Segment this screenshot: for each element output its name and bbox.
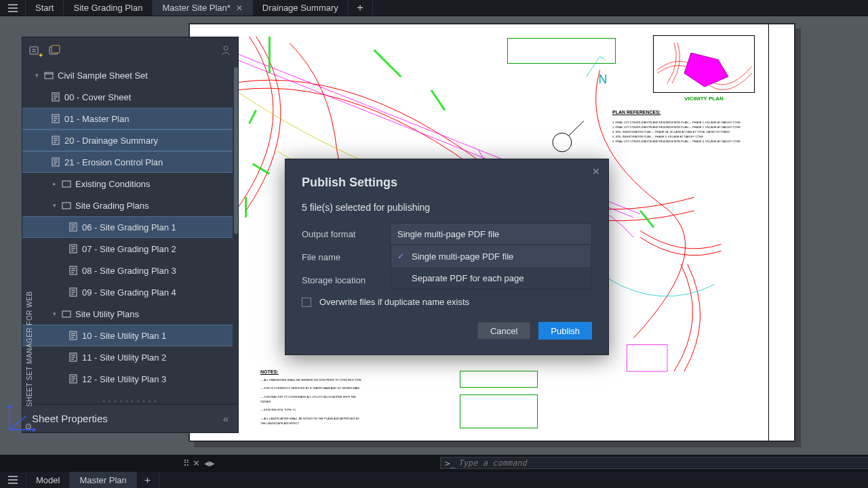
panel-splitter[interactable]: • • • • • • • • • • [22,397,238,404]
tree-sheet[interactable]: 10 - Site Utility Plan 1 [22,325,233,346]
close-icon[interactable]: ✕ [236,3,243,13]
vicinity-title: VICINITY PLAN [654,96,754,102]
status-bar: ⠿ ✕ ◀▶ >_ PAPER | ▼ | | | [0,455,868,471]
tree-sheet[interactable]: 20 - Drainage Summary [22,129,233,151]
command-line[interactable]: >_ [440,457,868,469]
label-storage-location: Storage location [302,275,390,285]
svg-point-1 [553,133,572,152]
cancel-button[interactable]: Cancel [477,322,530,340]
dialog-subtitle: 5 file(s) selected for publishing [285,190,608,222]
tree-sheet[interactable]: 01 - Master Plan [22,108,233,129]
svg-rect-12 [62,203,71,209]
drawing-notes: NOTES: — ALL DIMENSIONS SHALL BE VERIFIE… [260,368,362,426]
dialog-close-icon[interactable]: ✕ [592,166,600,177]
dropdown-option[interactable]: ✓ Single multi-page PDF file [391,245,591,267]
label-file-name: File name [302,252,390,262]
tree-scrollbar[interactable] [234,67,238,234]
overwrite-checkbox[interactable] [302,298,311,307]
svg-rect-2 [30,47,38,54]
plan-references: PLAN REFERENCES: 1. FINAL LOT CONSOLIDAT… [612,108,755,144]
sheet-tree: ▾ Civil Sample Sheet Set 00 - Cover Shee… [22,64,238,397]
tree-root[interactable]: ▾ Civil Sample Sheet Set [22,64,233,86]
ssm-toolbar: ✦ [22,37,238,64]
command-history-icon[interactable]: ⠿ [183,458,190,468]
command-close-icon[interactable]: ✕ [193,458,200,468]
svg-rect-6 [45,73,53,79]
overwrite-label: Overwrite files if duplicate name exists [319,297,469,307]
new-layout-button[interactable]: ＋ [136,472,159,488]
new-tab-button[interactable]: ＋ [349,0,373,16]
sheet-set-manager-panel: ✦ ▾ Civil Sample Sheet Set 00 - Cover Sh… [22,37,239,433]
svg-rect-4 [52,45,60,53]
user-icon[interactable] [220,45,231,58]
tab-master-site-plan[interactable]: Master Site Plan* ✕ [153,0,252,16]
chevron-up-icon: « [223,413,229,424]
dialog-title: Publish Settings [285,159,608,190]
svg-point-5 [224,46,228,50]
publish-settings-dialog: ✕ Publish Settings 5 file(s) selected fo… [285,159,609,355]
tree-group[interactable]: ▾Site Grading Plans [22,195,233,216]
sheet-properties-header[interactable]: Sheet Properties « [22,404,238,432]
label-output-format: Output format [302,229,390,239]
tab-site-grading[interactable]: Site Grading Plan [64,0,153,16]
tree-sheet[interactable]: 09 - Site Grading Plan 4 [22,281,233,303]
publish-button[interactable]: Publish [538,322,592,340]
layout-tab-master-plan[interactable]: Master Plan [69,472,136,488]
svg-rect-17 [62,311,71,317]
svg-text:N: N [599,73,608,86]
tree-sheet[interactable]: 12 - Site Utility Plan 3 [22,368,233,390]
tree-sheet[interactable]: 00 - Cover Sheet [22,86,233,108]
tree-sheet[interactable]: 11 - Site Utility Plan 2 [22,346,233,368]
layout-menu-button[interactable] [0,472,26,488]
tree-sheet[interactable]: 08 - Site Grading Plan 3 [22,260,233,281]
layout-tab-model[interactable]: Model [26,472,69,488]
tab-drainage-summary[interactable]: Drainage Summary [253,0,349,16]
workspace: N VICINITY PLAN PLAN REFERENCES: 1. FINA… [0,16,868,455]
ucs-icon [7,401,38,432]
output-format-dropdown: ✓ Single multi-page PDF file Separate PD… [391,245,591,289]
app-menu-button[interactable] [0,0,26,16]
tree-group[interactable]: ▸Existing Conditions [22,173,233,195]
document-tab-bar: Start Site Grading Plan Master Site Plan… [0,0,868,16]
output-format-select[interactable]: Single multi-page PDF file ✓ Single mult… [390,223,592,245]
layout-tab-bar: Model Master Plan ＋ [0,471,868,488]
command-nav-icon[interactable]: ◀▶ [204,460,215,467]
tab-start[interactable]: Start [26,0,64,16]
tree-sheet[interactable]: 07 - Site Grading Plan 2 [22,238,233,260]
tree-sheet[interactable]: 21 - Erosion Control Plan [22,151,233,173]
svg-rect-11 [62,181,71,187]
panel-title-vertical: SHEET SET MANAGER FOR WEB [26,291,33,407]
publish-icon[interactable] [48,45,60,58]
command-input[interactable] [458,458,868,468]
palette-icon[interactable]: ✦ [29,45,41,58]
command-prompt-icon: >_ [445,458,456,468]
tree-sheet[interactable]: 06 - Site Grading Plan 1 [22,216,233,238]
dropdown-option[interactable]: Separate PDF for each page [391,267,591,289]
check-icon: ✓ [397,251,404,261]
tree-group[interactable]: ▾Site Utility Plans [22,303,233,325]
